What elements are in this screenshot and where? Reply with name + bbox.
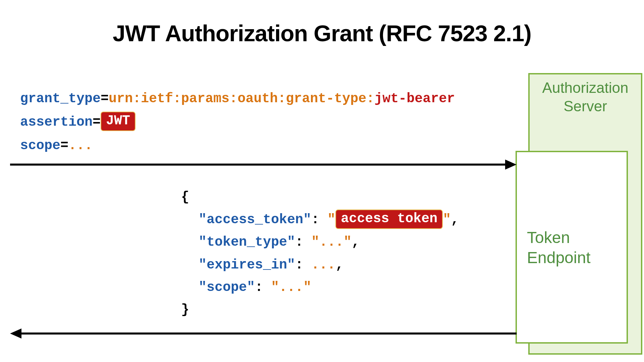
request-assertion-line: assertion=JWT (20, 111, 455, 134)
param-value-prefix: urn:ietf:params:oauth:grant-type: (109, 91, 374, 106)
param-key: assertion (20, 115, 93, 130)
response-access-token-line: "access_token": "access token", (181, 208, 459, 231)
response-json: { "access_token": "access token", "token… (181, 186, 459, 321)
response-scope-line: "scope": "..." (181, 276, 459, 299)
arrow-right-icon (505, 160, 517, 170)
request-scope-line: scope=... (20, 134, 455, 158)
slide-title: JWT Authorization Grant (RFC 7523 2.1) (0, 20, 644, 46)
response-arrow (10, 328, 517, 339)
request-arrow (10, 160, 517, 170)
authorization-server-label: Authorization Server (530, 78, 641, 115)
token-endpoint-label: Token Endpoint (527, 228, 591, 268)
response-expires-in-line: "expires_in": ..., (181, 254, 459, 276)
param-value-suffix: jwt-bearer (374, 91, 455, 106)
token-endpoint-box: Token Endpoint (516, 151, 628, 344)
brace-open: { (181, 186, 459, 208)
brace-close: } (181, 299, 459, 321)
access-token-pill: access token (335, 209, 443, 229)
param-value: ... (68, 138, 93, 153)
arrow-left-icon (10, 328, 21, 339)
response-token-type-line: "token_type": "...", (181, 231, 459, 253)
request-parameters: grant_type=urn:ietf:params:oauth:grant-t… (20, 87, 455, 158)
request-grant-type-line: grant_type=urn:ietf:params:oauth:grant-t… (20, 87, 455, 111)
param-key: scope (20, 138, 60, 153)
param-key: grant_type (20, 91, 101, 106)
jwt-pill: JWT (101, 112, 136, 131)
